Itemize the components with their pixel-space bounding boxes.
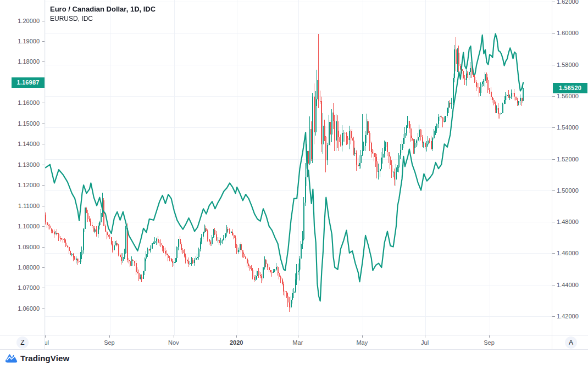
left-axis-tick: [42, 103, 45, 103]
tradingview-chart-widget: Euro / Canadian Dollar, 1D, IDC EURUSD, …: [0, 0, 588, 370]
left-axis-price-label: 1.18000: [0, 58, 40, 65]
right-axis-price-label: 1.62000: [557, 0, 579, 5]
left-axis-price-label: 1.14000: [0, 140, 40, 148]
tradingview-wordmark: TradingView: [20, 354, 69, 363]
left-axis-tick: [42, 124, 45, 124]
right-axis-tick: [552, 2, 555, 2]
left-axis-price-label: 1.06000: [0, 305, 40, 312]
chart-legend: Euro / Canadian Dollar, 1D, IDC EURUSD, …: [50, 4, 156, 24]
right-axis-tick: [552, 253, 555, 254]
eurcad-last-price-badge: 1.56520: [553, 83, 587, 93]
price-chart-area[interactable]: Euro / Canadian Dollar, 1D, IDC EURUSD, …: [45, 0, 552, 335]
time-axis-tick: [45, 335, 46, 338]
time-axis-tick: [425, 335, 425, 338]
right-axis-tick: [552, 222, 555, 222]
left-axis-tick: [42, 309, 45, 309]
right-axis-price-label: 1.46000: [557, 249, 579, 257]
left-axis-tick: [42, 226, 45, 227]
right-axis-price-label: 1.42000: [557, 312, 579, 320]
left-axis-tick: [42, 165, 45, 165]
left-axis-tick: [42, 288, 45, 288]
time-axis-tick: [298, 335, 298, 338]
left-axis-tick: [42, 206, 45, 206]
right-axis-tick: [552, 33, 555, 33]
right-axis-tick: [552, 127, 555, 128]
comparison-symbol-label: EURUSD, IDC: [50, 14, 156, 24]
right-axis-tick: [552, 190, 555, 191]
left-axis-price-label: 1.13000: [0, 161, 40, 169]
right-axis-tick: [552, 285, 555, 285]
tradingview-logo-link[interactable]: TradingView: [4, 352, 69, 364]
time-axis[interactable]: Z JulSepNov2020MarMayJulSep A: [0, 335, 588, 350]
price-chart-canvas[interactable]: [45, 0, 552, 335]
right-axis-tick: [552, 316, 555, 317]
axis-separator-right: [552, 335, 552, 350]
time-axis-tick: [174, 335, 174, 338]
left-axis-price-label: 1.09000: [0, 243, 40, 251]
left-price-axis[interactable]: 1.16987 1.200001.190001.180001.160001.15…: [0, 0, 45, 335]
left-axis-tick: [42, 267, 45, 268]
right-price-axis[interactable]: 1.56520 1.620001.600001.580001.560001.54…: [552, 0, 588, 335]
button-z[interactable]: Z: [16, 337, 29, 349]
left-axis-price-label: 1.16000: [0, 99, 40, 106]
left-axis-tick: [42, 185, 45, 186]
time-axis-tick: [236, 335, 237, 338]
right-axis-tick: [552, 159, 555, 160]
footer: TradingView: [0, 350, 588, 370]
left-axis-tick: [42, 41, 45, 42]
time-axis-tick: [362, 335, 363, 338]
left-axis-tick: [42, 144, 45, 144]
left-axis-price-label: 1.19000: [0, 37, 40, 45]
left-axis-price-label: 1.10000: [0, 222, 40, 230]
left-axis-tick: [42, 247, 45, 248]
right-axis-tick: [552, 65, 555, 65]
right-axis-price-label: 1.58000: [557, 61, 579, 69]
symbol-title: Euro / Canadian Dollar, 1D, IDC: [50, 4, 156, 14]
left-axis-price-label: 1.11000: [0, 202, 40, 210]
eurusd-last-price-badge: 1.16987: [12, 77, 45, 88]
right-axis-price-label: 1.54000: [557, 124, 579, 131]
left-axis-tick: [42, 21, 45, 21]
tradingview-icon: [4, 352, 18, 364]
left-axis-price-label: 1.12000: [0, 181, 40, 189]
right-axis-price-label: 1.60000: [557, 29, 579, 37]
left-axis-price-label: 1.08000: [0, 264, 40, 271]
left-axis-price-label: 1.07000: [0, 284, 40, 291]
right-axis-price-label: 1.56000: [557, 92, 579, 100]
right-axis-price-label: 1.52000: [557, 155, 579, 163]
right-axis-price-label: 1.48000: [557, 218, 579, 226]
left-axis-tick: [42, 61, 45, 62]
left-axis-price-label: 1.20000: [0, 17, 40, 25]
right-axis-tick: [552, 96, 555, 97]
right-axis-price-label: 1.50000: [557, 187, 579, 194]
time-axis-tick: [109, 335, 110, 338]
left-axis-price-label: 1.15000: [0, 120, 40, 127]
time-axis-tick: [489, 335, 490, 338]
button-a[interactable]: A: [565, 337, 577, 349]
right-axis-price-label: 1.44000: [557, 281, 579, 289]
